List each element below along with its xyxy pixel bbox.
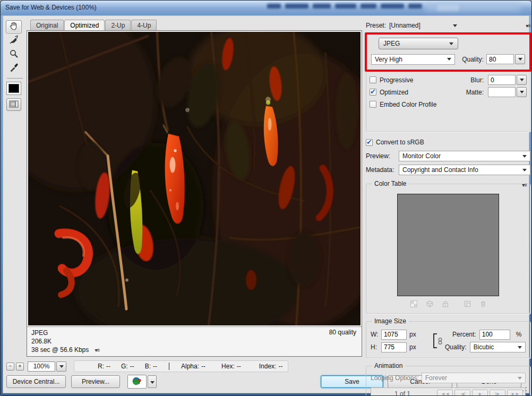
slice-select-tool-button[interactable] [6, 34, 22, 47]
preview-mode-select[interactable]: Monitor Color [399, 151, 530, 161]
zoom-level-select[interactable]: 100% [28, 361, 66, 372]
width-input[interactable] [381, 330, 407, 340]
width-unit: px [409, 331, 416, 338]
checkbox-icon [370, 76, 376, 83]
settings-panel: Preset: [Unnamed] ▾≡ JPEG Very High [366, 20, 530, 396]
matte-spinner [488, 87, 527, 97]
quality-dropdown-button[interactable] [515, 54, 525, 64]
eyedropper-tool-button[interactable] [6, 62, 22, 75]
hex-label: Hex: [221, 363, 235, 370]
matte-input[interactable] [488, 87, 516, 97]
chevron-down-icon [520, 91, 524, 93]
web-shift-cube-icon[interactable] [426, 300, 433, 309]
zoom-level-value: 100% [28, 361, 55, 372]
preview-in-browser-button[interactable]: ? [127, 375, 147, 389]
status-panel-menu-icon[interactable]: ▾≡ [95, 346, 100, 355]
preview-button[interactable]: Preview... [71, 375, 120, 388]
blur-label: Blur: [470, 76, 484, 84]
toggle-slices-visibility-button[interactable] [6, 98, 21, 111]
compression-value: Very High [375, 56, 447, 63]
embed-color-profile-checkbox[interactable]: Embed Color Profile [370, 101, 436, 108]
previous-frame-button[interactable]: ◄| [454, 390, 470, 396]
progressive-checkbox[interactable]: Progressive [370, 76, 413, 84]
tab-optimized[interactable]: Optimized [64, 20, 105, 30]
browser-globe-icon: ? [132, 376, 142, 388]
chevron-down-icon [150, 381, 155, 384]
preset-select[interactable]: [Unnamed] [389, 22, 457, 29]
title-bar[interactable]: Save for Web & Devices (100%) [1, 1, 531, 15]
blur-spinner [488, 75, 527, 85]
preset-panel-menu-icon[interactable]: ▾≡ [526, 23, 530, 29]
compression-quality-select[interactable]: Very High [371, 54, 455, 65]
next-frame-button[interactable]: |► [490, 390, 505, 396]
lock-color-icon[interactable] [442, 300, 449, 309]
height-input[interactable] [381, 342, 407, 352]
format-select[interactable]: JPEG [379, 38, 458, 49]
quality-input[interactable] [486, 54, 514, 64]
index-label: Index: [259, 363, 277, 370]
play-button[interactable]: ► [472, 390, 488, 396]
frame-counter: 1 of 1 [373, 390, 432, 396]
device-central-button[interactable]: Device Central... [6, 375, 66, 388]
zoom-in-button[interactable]: + [16, 363, 24, 371]
constrain-proportions-link[interactable] [433, 328, 445, 354]
redacted-marks [285, 4, 308, 8]
svg-text:?: ? [138, 378, 141, 385]
animation-group: Animation Looping Options: Forever 1 of … [366, 366, 530, 396]
g-value: -- [130, 363, 134, 370]
optimize-status-bar: JPEG 206.8K 38 sec @ 56.6 Kbps ▾≡ 80 qua… [27, 326, 362, 356]
b-label: B: [145, 363, 151, 370]
readout-divider [169, 363, 169, 370]
zoom-dropdown-button[interactable] [56, 361, 66, 372]
redacted-marks [437, 5, 459, 11]
resample-quality-select[interactable]: Bicubic [470, 342, 526, 352]
delete-color-trash-icon[interactable] [480, 300, 486, 309]
chevron-down-icon [447, 58, 451, 61]
alpha-label: Alpha: [181, 363, 199, 370]
chili-peppers-photo[interactable] [27, 31, 362, 326]
save-for-web-dialog: Save for Web & Devices (100%) [0, 0, 532, 396]
preview-mode-label: Preview: [366, 152, 399, 160]
hand-tool-button[interactable] [6, 20, 22, 33]
chevron-down-icon [520, 79, 524, 81]
transparency-map-icon[interactable] [410, 300, 417, 309]
matte-label: Matte: [466, 89, 484, 96]
chevron-down-icon [522, 155, 527, 158]
redacted-marks [267, 4, 281, 8]
link-bracket [433, 333, 437, 348]
zoom-out-button[interactable]: − [6, 363, 14, 371]
magnifier-icon [9, 49, 19, 60]
blur-dropdown-button[interactable] [517, 75, 527, 85]
convert-srgb-label: Convert to sRGB [376, 139, 424, 146]
frame-navigation-bar: 1 of 1 ◄◄ ◄| ► |► ►► [371, 388, 526, 396]
eyedropper-color-swatch[interactable] [6, 82, 21, 95]
color-table-swatch-area [397, 194, 499, 296]
window-title: Save for Web & Devices (100%) [5, 4, 97, 11]
resize-grip[interactable] [521, 386, 528, 392]
color-table-panel-menu-icon[interactable]: ▾≡ [522, 182, 527, 188]
tab-original[interactable]: Original [30, 20, 64, 30]
chevron-down-icon [518, 377, 522, 380]
redacted-marks [361, 4, 376, 8]
redacted-marks [381, 4, 404, 8]
tab-2up[interactable]: 2-Up [105, 20, 131, 30]
preview-browser-dropdown-button[interactable] [148, 375, 157, 388]
optimized-checkbox[interactable]: Optimized [370, 89, 408, 96]
metadata-value: Copyright and Contact Info [402, 166, 522, 174]
first-frame-button[interactable]: ◄◄ [437, 390, 453, 396]
color-table-actions [371, 299, 526, 309]
metadata-label: Metadata: [366, 166, 399, 174]
blur-input[interactable] [488, 75, 516, 85]
chevron-down-icon [518, 346, 522, 349]
color-table-group: Color Table ▾≡ [366, 184, 530, 314]
tab-4up[interactable]: 4-Up [131, 20, 157, 30]
last-frame-button[interactable]: ►► [507, 390, 523, 396]
convert-srgb-checkbox[interactable]: Convert to sRGB [366, 139, 424, 146]
percent-input[interactable] [479, 330, 510, 340]
matte-dropdown-button[interactable] [517, 87, 527, 97]
new-color-icon[interactable] [464, 300, 471, 309]
zoom-tool-button[interactable] [6, 48, 22, 61]
height-unit: px [409, 343, 416, 351]
preset-value: [Unnamed] [389, 22, 453, 29]
metadata-select[interactable]: Copyright and Contact Info [399, 165, 530, 175]
